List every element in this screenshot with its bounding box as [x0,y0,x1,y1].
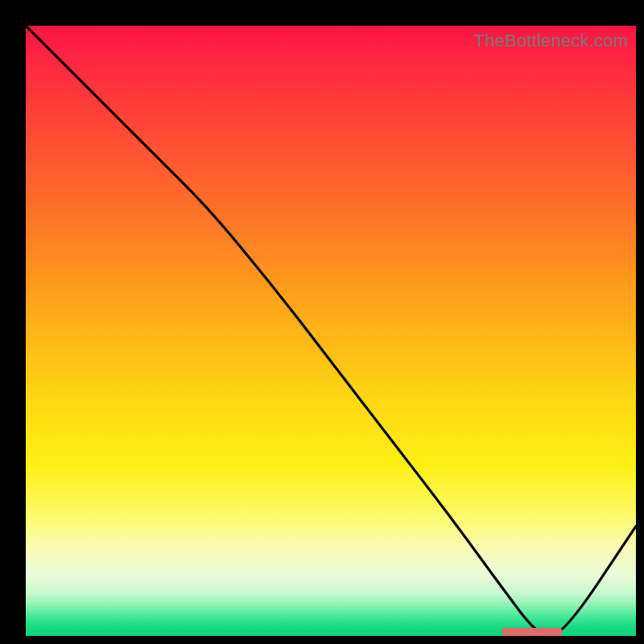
bottleneck-curve [26,26,636,636]
optimal-range-marker [502,628,563,636]
curve-path [26,26,636,636]
plot-area: TheBottleneck.com [26,26,636,636]
chart-frame: TheBottleneck.com [0,0,644,644]
